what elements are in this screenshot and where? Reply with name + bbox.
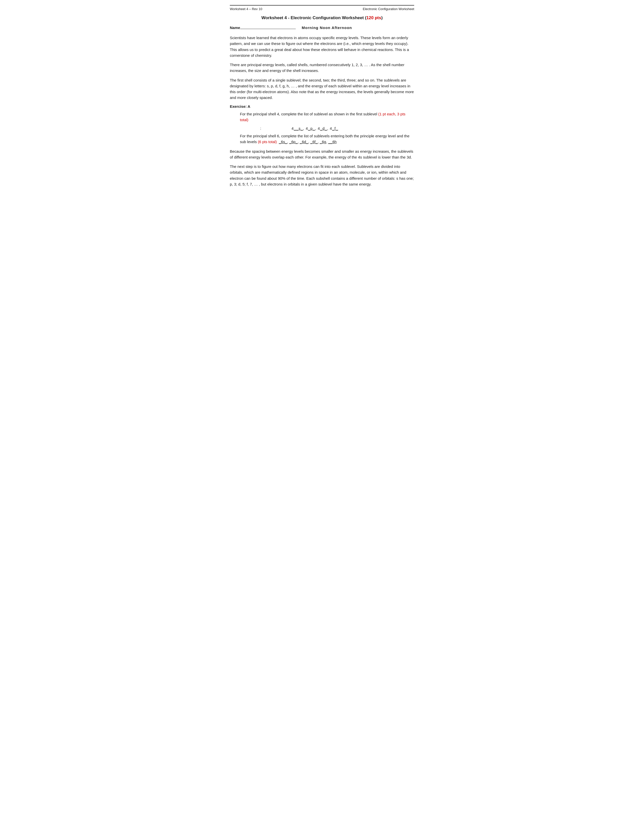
name-row: Name Morning Noon Afternoon [230,25,414,30]
exercise-intro-text: For the principal shell 4, complete the … [240,112,378,116]
name-line [240,25,296,29]
sublevel-6s: _6s_ [279,140,287,144]
shell6-pts: (6 pts total) [258,140,277,144]
main-title: Worksheet 4 - Electronic Configuration W… [261,15,383,20]
sublevel-items: 4__s_, 4_p_, 4_d_, 4_f_ [291,126,338,130]
header-left: Worksheet 4 – Rev 10 [230,7,262,11]
sublevel-6d: _6d_ [300,140,308,144]
sublevel-4s: __s_ [294,126,303,130]
shell6-items: _6s_, _6p_, _6d_, _6f_, _6g, __6h [278,140,336,144]
shell6-block: For the principal shell 6, complete the … [240,133,414,145]
pts-text: 120 pts [367,15,382,20]
title-section: Worksheet 4 - Electronic Configuration W… [230,15,414,21]
title-close: ) [381,15,383,20]
sublevel-line: : 4__s_, 4_p_, 4_d_, 4_f_ [230,126,414,130]
sublevel-6f: _6f_ [311,140,318,144]
page: Worksheet 4 – Rev 10 Electronic Configur… [215,0,429,278]
name-label: Name [230,26,240,30]
sublevel-6h: __6h [328,140,336,144]
exercise-intro: For the principal shell 4, complete the … [240,111,414,123]
colon: : [260,126,261,130]
sublevel-4f: _f_ [332,126,338,130]
paragraph-2: There are principal energy levels, calle… [230,62,414,74]
header-right: Electronic Configuration Worksheet [363,7,414,11]
title-text: Worksheet 4 - Electronic Configuration W… [261,15,367,20]
paragraph-1: Scientists have learned that electrons i… [230,35,414,58]
paragraph-5: The next step is to figure out how many … [230,164,414,187]
sublevel-6p: _6p_ [289,140,298,144]
header-row: Worksheet 4 – Rev 10 Electronic Configur… [230,7,414,11]
paragraph-4: Because the spacing between energy level… [230,148,414,160]
time-options: Morning Noon Afternoon [302,26,352,30]
exercise-label: Exercise: A [230,104,414,109]
sublevel-4d: _d_ [320,126,327,130]
top-border [230,5,414,6]
sublevel-6g: _6g [320,140,326,144]
paragraph-3: The first shell consists of a single sub… [230,77,414,101]
sublevel-4p: _p_ [308,126,315,130]
